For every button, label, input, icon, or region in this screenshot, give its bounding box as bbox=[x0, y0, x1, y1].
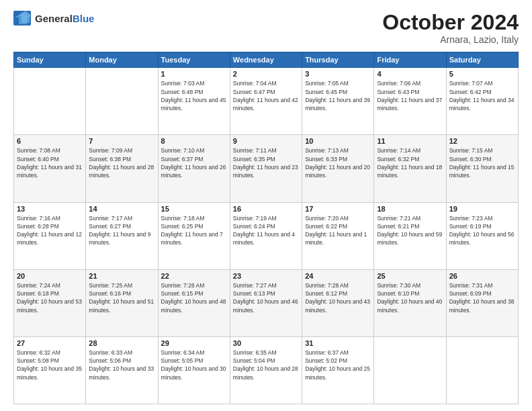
day-number: 28 bbox=[89, 339, 154, 347]
calendar-day-cell: 6Sunrise: 7:08 AM Sunset: 6:40 PM Daylig… bbox=[14, 135, 86, 202]
calendar-day-cell: 9Sunrise: 7:11 AM Sunset: 6:35 PM Daylig… bbox=[230, 135, 302, 202]
logo-text: GeneralBlue bbox=[35, 13, 94, 24]
calendar-day-cell: 23Sunrise: 7:27 AM Sunset: 6:13 PM Dayli… bbox=[230, 269, 302, 336]
calendar-day-cell: 15Sunrise: 7:18 AM Sunset: 6:25 PM Dayli… bbox=[158, 202, 230, 269]
logo: GeneralBlue bbox=[13, 11, 94, 26]
calendar-day-cell: 7Sunrise: 7:09 AM Sunset: 6:38 PM Daylig… bbox=[86, 135, 158, 202]
calendar-day-cell: 26Sunrise: 7:31 AM Sunset: 6:09 PM Dayli… bbox=[446, 269, 518, 336]
calendar-day-cell bbox=[86, 68, 158, 135]
day-number: 27 bbox=[17, 339, 83, 347]
day-info: Sunrise: 6:35 AM Sunset: 5:04 PM Dayligh… bbox=[233, 349, 299, 381]
calendar-week-row: 6Sunrise: 7:08 AM Sunset: 6:40 PM Daylig… bbox=[14, 135, 519, 202]
calendar-day-cell: 22Sunrise: 7:26 AM Sunset: 6:15 PM Dayli… bbox=[158, 269, 230, 336]
day-info: Sunrise: 7:10 AM Sunset: 6:37 PM Dayligh… bbox=[161, 146, 227, 179]
day-info: Sunrise: 7:23 AM Sunset: 6:19 PM Dayligh… bbox=[449, 214, 515, 247]
calendar-week-row: 13Sunrise: 7:16 AM Sunset: 6:28 PM Dayli… bbox=[14, 202, 519, 269]
day-number: 11 bbox=[377, 137, 443, 145]
calendar-day-header: Wednesday bbox=[230, 52, 302, 68]
day-info: Sunrise: 7:17 AM Sunset: 6:27 PM Dayligh… bbox=[89, 214, 154, 247]
day-info: Sunrise: 7:15 AM Sunset: 6:30 PM Dayligh… bbox=[449, 146, 515, 179]
day-number: 24 bbox=[305, 272, 371, 280]
header: GeneralBlue October 2024 Arnara, Lazio, … bbox=[13, 11, 519, 45]
day-info: Sunrise: 7:06 AM Sunset: 6:43 PM Dayligh… bbox=[377, 79, 443, 112]
day-info: Sunrise: 7:14 AM Sunset: 6:32 PM Dayligh… bbox=[377, 146, 443, 179]
calendar-day-cell: 25Sunrise: 7:30 AM Sunset: 6:10 PM Dayli… bbox=[374, 269, 446, 336]
calendar-day-cell: 8Sunrise: 7:10 AM Sunset: 6:37 PM Daylig… bbox=[158, 135, 230, 202]
day-info: Sunrise: 7:21 AM Sunset: 6:21 PM Dayligh… bbox=[377, 214, 443, 247]
day-number: 17 bbox=[305, 205, 371, 213]
calendar-day-cell: 11Sunrise: 7:14 AM Sunset: 6:32 PM Dayli… bbox=[374, 135, 446, 202]
day-number: 9 bbox=[233, 137, 299, 145]
day-info: Sunrise: 6:33 AM Sunset: 5:06 PM Dayligh… bbox=[89, 349, 154, 381]
calendar-day-header: Thursday bbox=[302, 52, 374, 68]
calendar-day-cell: 24Sunrise: 7:28 AM Sunset: 6:12 PM Dayli… bbox=[302, 269, 374, 336]
calendar-day-header: Sunday bbox=[14, 52, 86, 68]
calendar-week-row: 27Sunrise: 6:32 AM Sunset: 5:08 PM Dayli… bbox=[14, 336, 519, 404]
day-number: 10 bbox=[305, 137, 371, 145]
calendar-table: SundayMondayTuesdayWednesdayThursdayFrid… bbox=[13, 52, 519, 404]
day-number: 19 bbox=[449, 205, 515, 213]
day-info: Sunrise: 7:08 AM Sunset: 6:40 PM Dayligh… bbox=[17, 146, 83, 179]
title-block: October 2024 Arnara, Lazio, Italy bbox=[382, 11, 519, 45]
day-number: 20 bbox=[17, 272, 83, 280]
day-number: 6 bbox=[17, 137, 83, 145]
day-number: 2 bbox=[233, 70, 299, 78]
day-info: Sunrise: 6:34 AM Sunset: 5:05 PM Dayligh… bbox=[161, 349, 227, 381]
calendar-header-row: SundayMondayTuesdayWednesdayThursdayFrid… bbox=[14, 52, 519, 68]
day-number: 15 bbox=[161, 205, 227, 213]
day-info: Sunrise: 7:09 AM Sunset: 6:38 PM Dayligh… bbox=[89, 146, 154, 179]
day-info: Sunrise: 7:28 AM Sunset: 6:12 PM Dayligh… bbox=[305, 281, 371, 314]
calendar-day-header: Tuesday bbox=[158, 52, 230, 68]
calendar-day-cell bbox=[446, 336, 518, 404]
calendar-day-cell: 10Sunrise: 7:13 AM Sunset: 6:33 PM Dayli… bbox=[302, 135, 374, 202]
calendar-day-cell: 2Sunrise: 7:04 AM Sunset: 6:47 PM Daylig… bbox=[230, 68, 302, 135]
calendar-day-cell: 20Sunrise: 7:24 AM Sunset: 6:18 PM Dayli… bbox=[14, 269, 86, 336]
calendar-day-cell: 28Sunrise: 6:33 AM Sunset: 5:06 PM Dayli… bbox=[86, 336, 158, 404]
day-number: 12 bbox=[449, 137, 515, 145]
calendar-day-cell bbox=[14, 68, 86, 135]
calendar-day-header: Saturday bbox=[446, 52, 518, 68]
day-info: Sunrise: 7:27 AM Sunset: 6:13 PM Dayligh… bbox=[233, 281, 299, 314]
day-number: 26 bbox=[449, 272, 515, 280]
day-info: Sunrise: 7:18 AM Sunset: 6:25 PM Dayligh… bbox=[161, 214, 227, 247]
calendar-day-cell: 13Sunrise: 7:16 AM Sunset: 6:28 PM Dayli… bbox=[14, 202, 86, 269]
day-number: 8 bbox=[161, 137, 227, 145]
day-number: 16 bbox=[233, 205, 299, 213]
day-info: Sunrise: 7:24 AM Sunset: 6:18 PM Dayligh… bbox=[17, 281, 83, 314]
day-info: Sunrise: 7:19 AM Sunset: 6:24 PM Dayligh… bbox=[233, 214, 299, 247]
day-info: Sunrise: 7:25 AM Sunset: 6:16 PM Dayligh… bbox=[89, 281, 154, 314]
day-info: Sunrise: 7:07 AM Sunset: 6:42 PM Dayligh… bbox=[449, 79, 515, 112]
calendar-day-cell: 14Sunrise: 7:17 AM Sunset: 6:27 PM Dayli… bbox=[86, 202, 158, 269]
day-number: 21 bbox=[89, 272, 154, 280]
calendar-day-cell: 27Sunrise: 6:32 AM Sunset: 5:08 PM Dayli… bbox=[14, 336, 86, 404]
day-info: Sunrise: 7:03 AM Sunset: 6:48 PM Dayligh… bbox=[161, 79, 227, 112]
day-info: Sunrise: 7:20 AM Sunset: 6:22 PM Dayligh… bbox=[305, 214, 371, 247]
calendar-day-cell: 12Sunrise: 7:15 AM Sunset: 6:30 PM Dayli… bbox=[446, 135, 518, 202]
calendar-day-header: Friday bbox=[374, 52, 446, 68]
day-info: Sunrise: 7:31 AM Sunset: 6:09 PM Dayligh… bbox=[449, 281, 515, 314]
calendar-day-cell: 1Sunrise: 7:03 AM Sunset: 6:48 PM Daylig… bbox=[158, 68, 230, 135]
day-number: 31 bbox=[305, 339, 371, 347]
calendar-day-cell: 16Sunrise: 7:19 AM Sunset: 6:24 PM Dayli… bbox=[230, 202, 302, 269]
calendar-day-cell: 19Sunrise: 7:23 AM Sunset: 6:19 PM Dayli… bbox=[446, 202, 518, 269]
day-info: Sunrise: 7:30 AM Sunset: 6:10 PM Dayligh… bbox=[377, 281, 443, 314]
calendar-day-cell: 31Sunrise: 6:37 AM Sunset: 5:02 PM Dayli… bbox=[302, 336, 374, 404]
day-info: Sunrise: 7:05 AM Sunset: 6:45 PM Dayligh… bbox=[305, 79, 371, 112]
day-number: 1 bbox=[161, 70, 227, 78]
calendar-day-cell: 30Sunrise: 6:35 AM Sunset: 5:04 PM Dayli… bbox=[230, 336, 302, 404]
day-number: 29 bbox=[161, 339, 227, 347]
day-number: 23 bbox=[233, 272, 299, 280]
day-info: Sunrise: 7:26 AM Sunset: 6:15 PM Dayligh… bbox=[161, 281, 227, 314]
day-info: Sunrise: 7:04 AM Sunset: 6:47 PM Dayligh… bbox=[233, 79, 299, 112]
calendar-day-cell: 17Sunrise: 7:20 AM Sunset: 6:22 PM Dayli… bbox=[302, 202, 374, 269]
day-info: Sunrise: 7:13 AM Sunset: 6:33 PM Dayligh… bbox=[305, 146, 371, 179]
day-number: 22 bbox=[161, 272, 227, 280]
day-number: 14 bbox=[89, 205, 154, 213]
day-info: Sunrise: 7:16 AM Sunset: 6:28 PM Dayligh… bbox=[17, 214, 83, 247]
day-info: Sunrise: 7:11 AM Sunset: 6:35 PM Dayligh… bbox=[233, 146, 299, 179]
calendar-day-cell: 29Sunrise: 6:34 AM Sunset: 5:05 PM Dayli… bbox=[158, 336, 230, 404]
day-number: 30 bbox=[233, 339, 299, 347]
calendar-day-cell: 18Sunrise: 7:21 AM Sunset: 6:21 PM Dayli… bbox=[374, 202, 446, 269]
day-number: 25 bbox=[377, 272, 443, 280]
day-info: Sunrise: 6:32 AM Sunset: 5:08 PM Dayligh… bbox=[17, 349, 83, 381]
